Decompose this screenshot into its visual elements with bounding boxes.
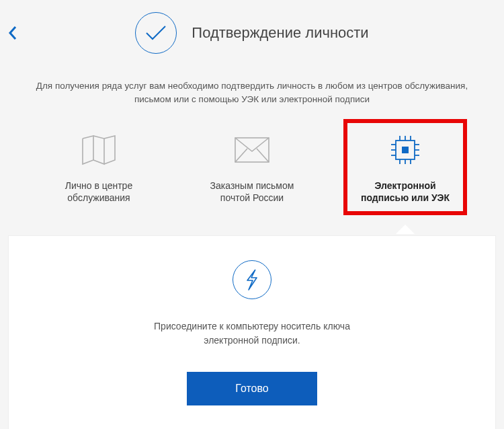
verification-options: Лично в центре обслуживания Заказным пис… <box>0 114 504 217</box>
option-in-person[interactable]: Лично в центре обслуживания <box>38 130 159 217</box>
lightning-icon <box>243 268 261 291</box>
svg-line-1 <box>235 149 247 162</box>
envelope-icon <box>234 130 270 170</box>
page-header: Подтверждение личности <box>0 0 504 67</box>
header-check-circle <box>135 12 177 54</box>
page-title: Подтверждение личности <box>192 24 368 42</box>
intro-line2: письмом или с помощью УЭК или электронно… <box>134 94 370 104</box>
option-label: Электронной подписью или УЭК <box>361 180 450 205</box>
chevron-left-icon <box>8 26 17 40</box>
svg-line-2 <box>257 149 269 162</box>
ready-button[interactable]: Готово <box>187 372 317 405</box>
intro-text: Для получения ряда услуг вам необходимо … <box>0 67 504 114</box>
chip-icon <box>388 130 422 170</box>
back-button[interactable] <box>8 26 17 43</box>
map-icon <box>81 130 116 170</box>
panel-instruction: Присоедините к компьютеру носитель ключа… <box>29 319 475 348</box>
esignature-panel: Присоедините к компьютеру носитель ключа… <box>8 235 496 429</box>
intro-line1: Для получения ряда услуг вам необходимо … <box>36 81 468 91</box>
panel-icon-circle <box>233 260 271 299</box>
option-label: Заказным письмом почтой России <box>210 180 294 205</box>
option-esignature[interactable]: Электронной подписью или УЭК <box>345 130 466 217</box>
option-label: Лично в центре обслуживания <box>65 180 132 205</box>
option-mail[interactable]: Заказным письмом почтой России <box>192 130 312 217</box>
check-icon <box>144 24 168 42</box>
svg-rect-4 <box>402 147 409 153</box>
